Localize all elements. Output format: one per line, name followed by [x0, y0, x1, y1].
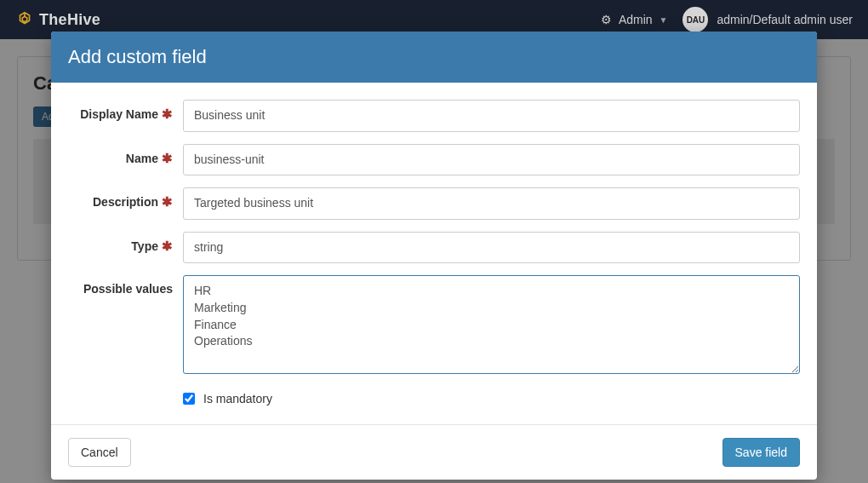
name-label: Name✱ [68, 144, 183, 166]
save-button[interactable]: Save field [722, 438, 800, 467]
description-label: Description✱ [68, 187, 183, 210]
cancel-button[interactable]: Cancel [68, 438, 131, 467]
user-label: admin/Default admin user [717, 13, 853, 26]
type-select[interactable] [183, 232, 800, 264]
modal-footer: Cancel Save field [51, 424, 817, 480]
name-input[interactable] [183, 144, 800, 176]
required-icon: ✱ [162, 151, 173, 165]
required-icon: ✱ [162, 106, 173, 121]
display-name-label: Display Name✱ [68, 100, 183, 122]
type-label: Type✱ [68, 232, 183, 254]
display-name-input[interactable] [183, 100, 800, 132]
is-mandatory-checkbox[interactable] [183, 393, 195, 405]
admin-menu-label: Admin [619, 13, 653, 26]
gear-icon: ⚙ [601, 13, 612, 26]
possible-values-label: Possible values [68, 275, 183, 296]
navbar-user-menu[interactable]: DAU admin/Default admin user [682, 7, 853, 32]
description-input[interactable] [183, 187, 800, 220]
modal-body: Display Name✱ Name✱ Description✱ [51, 83, 817, 424]
navbar-brand[interactable]: TheHive [15, 10, 100, 29]
required-icon: ✱ [162, 194, 173, 209]
possible-values-textarea[interactable] [183, 275, 800, 374]
is-mandatory-label: Is mandatory [203, 392, 272, 405]
modal-title: Add custom field [51, 32, 817, 83]
is-mandatory-checkbox-wrap[interactable]: Is mandatory [183, 388, 800, 405]
required-icon: ✱ [162, 239, 173, 253]
navbar-brand-text: TheHive [39, 11, 100, 29]
navbar-admin-menu[interactable]: ⚙ Admin ▼ [601, 13, 668, 26]
hive-logo-icon [15, 10, 34, 29]
avatar: DAU [682, 7, 708, 32]
chevron-down-icon: ▼ [660, 15, 668, 25]
add-custom-field-modal: Add custom field Display Name✱ Name✱ Des… [51, 32, 817, 480]
